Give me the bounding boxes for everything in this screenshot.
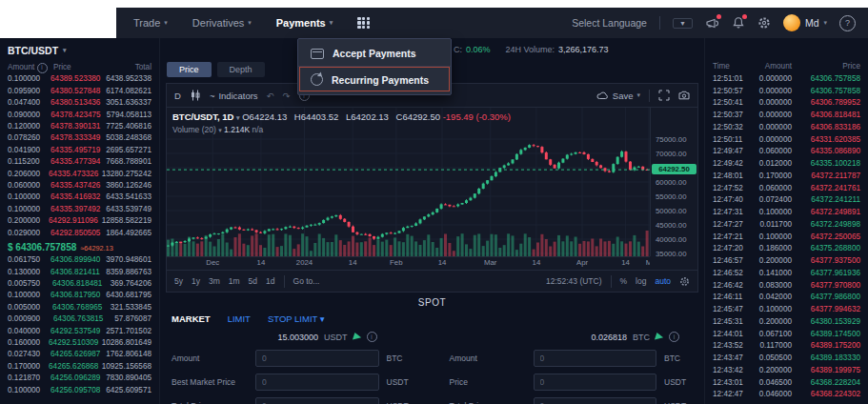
price-chart-canvas[interactable] xyxy=(167,108,650,256)
orderbook-row[interactable]: 0.04190064335.4957192695.657271 xyxy=(8,145,151,156)
price-axis-label: 75000.00 xyxy=(656,135,687,144)
chart-settings-gear-icon[interactable] xyxy=(679,276,690,287)
amount-cell: 0.000000 xyxy=(757,86,792,98)
right-total-price-input[interactable] xyxy=(534,397,657,404)
orderbook-row[interactable]: 0.09000064378.4234755794.058113 xyxy=(8,110,151,121)
camera-icon[interactable] xyxy=(678,91,690,100)
nav-item-trade[interactable]: Trade▾ xyxy=(133,17,168,29)
orderbook-row[interactable]: 0.12187064256.0962897830.890405 xyxy=(8,373,151,384)
price-cell: 64335.437426 xyxy=(50,180,106,192)
pair-selector[interactable]: BTC/USDT ▾ xyxy=(8,41,151,62)
orderbook-row[interactable]: 0.09590064380.5278486174.082621 xyxy=(8,86,151,97)
amount-cell: 0.000000 xyxy=(757,97,792,110)
orderbook-row[interactable]: 0.07826064378.3333495038.248368 xyxy=(8,132,151,144)
info-icon[interactable]: i xyxy=(37,63,48,73)
gear-icon[interactable] xyxy=(757,16,771,30)
orderbook-row[interactable]: 0.16000064292.51030910286.801649 xyxy=(8,337,151,349)
auto-scale-button[interactable]: auto xyxy=(655,276,671,286)
range-5d[interactable]: 5d xyxy=(249,276,257,286)
total-cell: 7668.788901 xyxy=(106,156,151,168)
goto-button[interactable]: Go to... xyxy=(293,276,320,286)
apps-grid-icon[interactable] xyxy=(357,17,370,30)
percent-scale-button[interactable]: % xyxy=(620,276,628,286)
time-axis[interactable]: Dec14202414Feb14Mar14Apr14M xyxy=(167,256,650,270)
range-1y[interactable]: 1y xyxy=(192,276,200,286)
price-cell: 64306.757858 xyxy=(792,73,860,86)
orderbook-row[interactable]: 0.10000064335.3974926433.539749 xyxy=(8,204,151,215)
orderbook-row[interactable]: 0.10000064256.0957086425.609571 xyxy=(8,385,151,396)
nav-item-payments[interactable]: Payments▾ xyxy=(276,17,333,29)
orderbook-row[interactable]: 0.02743064265.6269871762.806148 xyxy=(8,349,151,360)
total-cell: 3051.636337 xyxy=(106,97,151,109)
price-cell: 64331.620385 xyxy=(792,134,860,147)
right-price-input[interactable] xyxy=(534,374,657,391)
orderbook-row[interactable]: 0.00090064306.76381557.876087 xyxy=(8,313,151,325)
right-amount-input[interactable] xyxy=(534,350,657,367)
bell-icon[interactable] xyxy=(732,16,745,30)
range-3m[interactable]: 3m xyxy=(209,276,220,286)
megaphone-icon[interactable] xyxy=(705,16,719,30)
nav-item-derivatives[interactable]: Derivatives▾ xyxy=(192,17,252,29)
price-scale[interactable]: 75000.0070000.0065000.0060000.0055000.00… xyxy=(650,108,698,256)
tab-depth[interactable]: Depth xyxy=(217,62,265,77)
symbol-interval-selector[interactable]: BTC/USDT, 1D ▾ xyxy=(172,111,240,122)
orderbook-row[interactable]: 0.10000064306.8179506430.681795 xyxy=(8,290,151,301)
orderbook-row[interactable]: 0.06000064335.4374263860.126246 xyxy=(8,180,151,192)
tab-market[interactable]: MARKET xyxy=(172,313,211,324)
menu-item-accept-payments[interactable]: Accept Payments xyxy=(298,41,451,66)
left-total-price-input[interactable] xyxy=(255,397,379,404)
orderbook-row[interactable]: 0.00575064306.818481369.764206 xyxy=(8,278,151,290)
tab-limit[interactable]: LIMIT xyxy=(228,313,251,324)
orderbook-row[interactable]: 0.11520064335.4773947668.788901 xyxy=(8,156,151,168)
amount-cell: 0.200000 xyxy=(757,255,792,268)
info-icon[interactable]: i xyxy=(367,332,377,342)
orderbook-row[interactable]: 0.04740064380.5134363051.636337 xyxy=(8,97,151,109)
candle-style-icon[interactable] xyxy=(190,90,201,101)
language-caret-button[interactable]: ▼ xyxy=(673,18,693,29)
undo-icon[interactable]: ↶ xyxy=(267,91,274,101)
price-cell: 64372.241211 xyxy=(792,194,860,207)
orderbook-row[interactable]: 0.20600064335.47332613280.275242 xyxy=(8,169,151,180)
profile-menu[interactable]: Md ▾ xyxy=(783,14,827,31)
orderbook-row[interactable]: 0.17000064265.62686810925.156568 xyxy=(8,361,151,373)
total-header: Total xyxy=(112,62,151,73)
buy-fields-column: AmountBTCBest Market PriceUSDTTotal Pric… xyxy=(172,350,415,404)
language-label[interactable]: Select Language xyxy=(572,17,647,29)
total-cell: 1762.806148 xyxy=(106,349,151,360)
tab-stop-limit[interactable]: STOP LIMIT ▾ xyxy=(268,313,325,324)
price-cell: 64375.268800 xyxy=(792,243,860,255)
fullscreen-icon[interactable] xyxy=(658,90,670,101)
save-layout-button[interactable]: Save▾ xyxy=(596,91,640,101)
log-scale-button[interactable]: log xyxy=(636,276,646,286)
orderbook-row[interactable]: 0.04000064292.5375492571.701502 xyxy=(8,326,151,337)
left-best-market-price-input[interactable] xyxy=(255,374,379,391)
total-cell: 2571.701502 xyxy=(106,326,151,337)
range-5y[interactable]: 5y xyxy=(174,276,183,286)
orderbook-row[interactable]: 0.06175064306.8999403970.948601 xyxy=(8,254,151,266)
order-book-panel: BTC/USDT ▾ Amount i Price Total 0.100000… xyxy=(0,38,160,404)
help-icon[interactable]: ? xyxy=(839,15,856,31)
redo-icon[interactable]: ↷ xyxy=(283,91,291,101)
accept-payments-icon xyxy=(311,49,324,59)
orderbook-row[interactable]: 0.00500064306.768965321.533845 xyxy=(8,302,151,313)
orderbook-row[interactable]: 0.13000064306.8214118359.886763 xyxy=(8,267,151,278)
range-1m[interactable]: 1m xyxy=(229,276,240,286)
orderbook-row[interactable]: 0.12000064378.3901317725.406816 xyxy=(8,121,151,132)
clock-utc[interactable]: 12:52:43 (UTC) xyxy=(546,276,602,286)
indicators-button[interactable]: ~ Indicators xyxy=(210,91,258,101)
left-amount-input[interactable] xyxy=(255,350,379,367)
orderbook-row[interactable]: 0.02900064292.8505051864.492665 xyxy=(8,228,151,239)
time-axis-label: Dec xyxy=(206,258,219,267)
total-cell: 10286.801649 xyxy=(102,337,151,349)
interval-button[interactable]: D xyxy=(174,91,181,101)
range-1d[interactable]: 1d xyxy=(266,276,274,286)
orderbook-row[interactable]: 0.10000064335.4169326433.541633 xyxy=(8,192,151,203)
orderbook-row[interactable]: 0.20000064292.91109612858.582219 xyxy=(8,215,151,227)
price-chart-plot[interactable]: BTC/USDT, 1D ▾ O64224.13 H64403.52 L6420… xyxy=(167,108,650,256)
total-cell: 8359.886763 xyxy=(106,267,151,278)
info-icon[interactable]: i xyxy=(669,332,679,342)
menu-item-recurring-payments[interactable]: Recurring Payments xyxy=(298,66,451,92)
tab-price[interactable]: Price xyxy=(167,62,212,77)
orderbook-row[interactable]: 0.10000064389.5233806438.952338 xyxy=(8,73,151,85)
time-axis-label: 14 xyxy=(621,258,630,267)
